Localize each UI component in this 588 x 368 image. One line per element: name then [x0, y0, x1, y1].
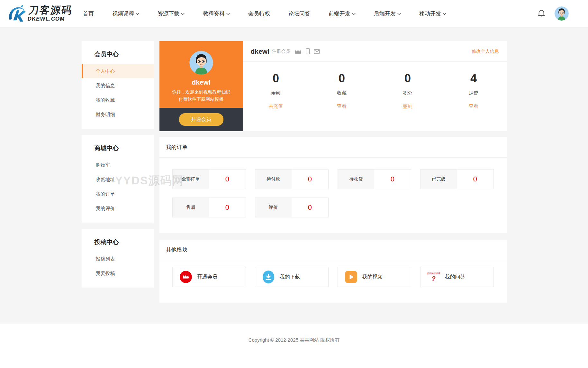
order-count: 0 — [374, 170, 411, 189]
open-vip-button[interactable]: 开通会员 — [179, 113, 223, 126]
order-count: 0 — [209, 198, 246, 217]
nav-item-member-privileges[interactable]: 会员特权 — [248, 10, 270, 17]
site-logo[interactable]: 刀客源码 DKEWL.COM — [7, 4, 72, 23]
page-footer: Copyright © 2012-2025 某某网站 版权所有 — [0, 324, 588, 364]
chevron-down-icon — [226, 13, 230, 15]
recharge-link[interactable]: 去充值 — [269, 103, 283, 109]
phone-icon[interactable] — [306, 48, 310, 54]
crown-icon — [180, 271, 192, 283]
chevron-down-icon — [443, 13, 446, 15]
sidebar-section-mall-center: 商城中心 购物车 收货地址 我的订单 我的评价 — [82, 135, 154, 223]
user-card: dkewl 你好，欢迎来到视频教程知识 付费软件下载网站模板 开通会员 — [159, 41, 243, 131]
nav-item-mobile-dev[interactable]: 移动开发 — [419, 10, 446, 17]
sidebar-item-submit-post[interactable]: 我要投稿 — [82, 267, 154, 281]
question-broken-image-icon: 提供问答操作 ? — [428, 271, 440, 283]
profile-username: dkewl — [251, 48, 269, 55]
orders-grid: 全部订单 0 待付款 0 待收货 0 已完成 0 — [159, 158, 507, 217]
stat-label: 积分 — [403, 90, 412, 96]
profile-stats-row: 0 余额 去充值 0 收藏 查看 0 积分 签到 — [243, 72, 507, 109]
sidebar-item-submission-list[interactable]: 投稿列表 — [82, 252, 154, 266]
other-modules-panel: 其他模块 开通会员 — [159, 240, 507, 303]
sidebar-item-shipping-address[interactable]: 收货地址 — [82, 173, 154, 187]
nav-item-home[interactable]: 首页 — [83, 10, 94, 17]
sidebar-item-finance-details[interactable]: 财务明细 — [82, 108, 154, 122]
modules-title: 其他模块 — [166, 246, 188, 253]
sign-in-link[interactable]: 签到 — [403, 103, 412, 109]
nav-item-backend-dev[interactable]: 后端开发 — [374, 10, 401, 17]
user-card-greeting: 你好，欢迎来到视频教程知识 付费软件下载网站模板 — [172, 89, 231, 103]
order-count: 0 — [457, 170, 493, 189]
orders-title: 我的订单 — [166, 143, 188, 151]
chevron-down-icon — [181, 13, 185, 15]
module-my-downloads[interactable]: 我的下载 — [255, 267, 329, 287]
edit-profile-link[interactable]: 修改个人信息 — [472, 49, 499, 54]
stat-value: 0 — [339, 72, 345, 85]
module-my-qa[interactable]: 提供问答操作 ? 我的问答 — [420, 267, 494, 287]
order-card-pending-payment[interactable]: 待付款 0 — [255, 169, 329, 189]
chevron-down-icon — [397, 13, 401, 15]
download-icon — [262, 271, 275, 283]
module-open-vip[interactable]: 开通会员 — [172, 267, 246, 287]
view-favorites-link[interactable]: 查看 — [337, 103, 347, 109]
sidebar-item-my-info[interactable]: 我的信息 — [82, 79, 154, 93]
order-card-pending-receipt[interactable]: 待收货 0 — [338, 169, 411, 189]
chevron-down-icon — [136, 13, 139, 15]
nav-item-video-courses[interactable]: 视频课程 — [112, 10, 139, 17]
stat-balance: 0 余额 去充值 — [243, 72, 309, 109]
sidebar-item-my-reviews[interactable]: 我的评价 — [82, 202, 154, 216]
mail-icon[interactable] — [314, 49, 320, 54]
user-card-top: dkewl 你好，欢迎来到视频教程知识 付费软件下载网站模板 — [159, 41, 243, 108]
view-footprints-link[interactable]: 查看 — [469, 103, 478, 109]
user-avatar[interactable] — [555, 6, 569, 21]
sidebar-section-title: 会员中心 — [82, 46, 154, 64]
video-play-icon — [345, 271, 357, 283]
user-card-avatar — [189, 51, 213, 75]
sidebar-section-submission-center: 投稿中心 投稿列表 我要投稿 — [82, 229, 154, 288]
module-my-videos[interactable]: 我的视频 — [338, 267, 411, 287]
user-card-bottom: 开通会员 — [159, 108, 243, 131]
nav-item-frontend-dev[interactable]: 前端开发 — [329, 10, 356, 17]
stat-footprints: 4 足迹 查看 — [441, 72, 507, 109]
order-card-all[interactable]: 全部订单 0 — [172, 169, 246, 189]
bell-icon[interactable] — [537, 9, 546, 18]
crown-icon — [294, 49, 302, 54]
order-card-completed[interactable]: 已完成 0 — [420, 169, 494, 189]
stat-points: 0 积分 签到 — [375, 72, 441, 109]
profile-header-row: dkewl 注册会员 — [243, 41, 507, 62]
nav-item-tutorials[interactable]: 教程资料 — [203, 10, 230, 17]
stat-value: 0 — [404, 72, 411, 85]
nav-item-forum-qa[interactable]: 论坛问答 — [288, 10, 310, 17]
chevron-down-icon — [352, 13, 356, 15]
stat-label: 足迹 — [469, 90, 478, 96]
modules-grid: 开通会员 我的下载 — [159, 260, 507, 287]
sidebar-item-personal-center[interactable]: 个人中心 — [82, 64, 154, 78]
order-card-after-sale[interactable]: 售后 0 — [172, 198, 246, 217]
stat-favorites: 0 收藏 查看 — [309, 72, 375, 109]
sidebar-section-title: 投稿中心 — [82, 234, 154, 252]
stat-value: 4 — [470, 72, 477, 85]
sidebar-item-my-favorites[interactable]: 我的收藏 — [82, 93, 154, 107]
logo-swoosh-icon — [7, 4, 27, 23]
sidebar-section-title: 商城中心 — [82, 140, 154, 158]
nav-item-resource-downloads[interactable]: 资源下载 — [158, 10, 185, 17]
sidebar-item-cart[interactable]: 购物车 — [82, 158, 154, 172]
order-count: 0 — [292, 170, 328, 189]
sidebar-item-my-orders[interactable]: 我的订单 — [82, 187, 154, 201]
order-card-review[interactable]: 评价 0 — [255, 198, 329, 217]
order-count: 0 — [292, 198, 328, 217]
page-background: YYDS源码网 会员中心 个人中心 我的信息 我的收藏 财务明细 商城中心 购物… — [0, 27, 588, 324]
sidebar-section-member-center: 会员中心 个人中心 我的信息 我的收藏 财务明细 — [82, 41, 154, 129]
top-navigation-bar: 刀客源码 DKEWL.COM 首页 视频课程 资源下载 教程资料 会员特权 论坛… — [0, 0, 588, 27]
copyright-text: Copyright © 2012-2025 某某网站 版权所有 — [249, 337, 340, 364]
order-count: 0 — [209, 170, 246, 189]
stat-label: 收藏 — [337, 90, 347, 96]
orders-title-row: 我的订单 — [159, 137, 507, 158]
stat-value: 0 — [273, 72, 279, 85]
stat-label: 余额 — [271, 90, 281, 96]
main-nav: 首页 视频课程 资源下载 教程资料 会员特权 论坛问答 前端开发 后端开发 移动… — [83, 10, 465, 17]
orders-panel: 我的订单 全部订单 0 待付款 0 待收货 0 — [159, 137, 507, 233]
logo-domain: DKEWL.COM — [27, 16, 72, 22]
user-card-username: dkewl — [192, 78, 210, 86]
logo-title: 刀客源码 — [28, 5, 73, 15]
profile-role-badge: 注册会员 — [272, 49, 290, 54]
